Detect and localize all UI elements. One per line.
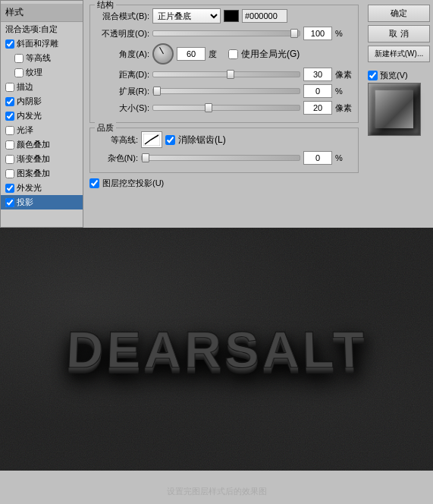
sidebar: 样式 混合选项:自定 斜面和浮雕等高线纹理描边内阴影内发光光泽颜色叠加渐变叠加图… (0, 0, 83, 228)
contour-curve (143, 134, 160, 146)
distance-input[interactable]: 30 (303, 68, 332, 81)
size-input[interactable]: 20 (303, 101, 332, 115)
structure-group: 结构 混合模式(B): 正片叠底 #000000 不透明度(O): 100 % (89, 5, 359, 123)
sidebar-checkbox-颜色叠加[interactable] (5, 140, 14, 150)
noise-thumb[interactable] (142, 153, 149, 162)
spread-thumb[interactable] (153, 87, 161, 96)
caption: 设置完图层样式后的效果图 (0, 484, 433, 499)
sidebar-item-颜色叠加[interactable]: 颜色叠加 (1, 137, 83, 152)
sidebar-checkbox-光泽[interactable] (5, 126, 14, 135)
sidebar-label-纹理: 纹理 (26, 67, 78, 78)
sidebar-label-渐变叠加: 渐变叠加 (17, 153, 78, 165)
sidebar-item-图案叠加[interactable]: 图案叠加 (1, 166, 83, 181)
spread-input[interactable]: 0 (303, 84, 332, 98)
layer-knockout-checkbox[interactable] (89, 178, 99, 188)
global-light-checkbox[interactable] (228, 49, 238, 59)
sidebar-item-斜面和浮雕[interactable]: 斜面和浮雕 (1, 36, 83, 51)
bottom-image: DEARSALT (0, 228, 433, 471)
size-slider[interactable] (152, 105, 300, 111)
dial-needle (159, 47, 164, 54)
size-row: 大小(S): 20 像素 (96, 101, 352, 115)
confirm-button[interactable]: 确定 (368, 5, 430, 22)
sidebar-checkbox-内阴影[interactable] (5, 97, 14, 106)
contour-row: 等高线: 消除锯齿(L) (96, 131, 352, 148)
new-style-button[interactable]: 新建样式(W)... (368, 46, 430, 62)
opacity-slider[interactable] (152, 30, 300, 36)
size-thumb[interactable] (205, 103, 212, 112)
opacity-input[interactable]: 100 (303, 27, 332, 40)
sidebar-section[interactable]: 混合选项:自定 (1, 22, 83, 36)
sidebar-label-内发光: 内发光 (17, 110, 78, 121)
structure-title: 结构 (95, 0, 116, 11)
distance-label: 距离(D): (96, 69, 149, 80)
angle-input[interactable]: 60 (177, 47, 206, 61)
sidebar-title: 样式 (1, 4, 83, 22)
smooth-label: 消除锯齿(L) (178, 134, 226, 146)
sidebar-label-投影: 投影 (17, 197, 78, 208)
angle-dial[interactable] (152, 43, 174, 65)
contour-label: 等高线: (96, 134, 138, 146)
sidebar-checkbox-纹理[interactable] (14, 68, 24, 77)
sidebar-checkbox-投影[interactable] (5, 198, 14, 207)
blend-mode-select[interactable]: 正片叠底 (152, 8, 221, 24)
opacity-thumb[interactable] (290, 29, 298, 38)
sidebar-section-label: 混合选项:自定 (5, 24, 78, 35)
sidebar-checkbox-描边[interactable] (5, 83, 14, 92)
sidebar-checkbox-外发光[interactable] (5, 184, 14, 193)
sidebar-item-内发光[interactable]: 内发光 (1, 109, 83, 123)
quality-title: 品质 (95, 122, 116, 134)
size-label: 大小(S): (96, 102, 149, 114)
color-hex[interactable]: #000000 (242, 9, 287, 23)
sidebar-item-外发光[interactable]: 外发光 (1, 181, 83, 195)
preview-label-row: 预览(V) (368, 70, 430, 81)
preview-label-text: 预览(V) (380, 70, 408, 81)
distance-thumb[interactable] (227, 70, 234, 79)
sidebar-label-图案叠加: 图案叠加 (17, 168, 78, 179)
preview-box (368, 83, 421, 136)
opacity-row: 不透明度(O): 100 % (96, 27, 352, 40)
color-swatch[interactable] (224, 10, 239, 22)
preview-checkbox[interactable] (368, 71, 378, 80)
sidebar-item-等高线[interactable]: 等高线 (1, 51, 83, 65)
noise-input[interactable]: 0 (303, 151, 332, 165)
sidebar-item-渐变叠加[interactable]: 渐变叠加 (1, 152, 83, 166)
dearsalt-text: DEARSALT (64, 320, 369, 379)
angle-unit: 度 (209, 49, 225, 60)
sidebar-label-光泽: 光泽 (17, 124, 78, 136)
settings-area: 结构 混合模式(B): 正片叠底 #000000 不透明度(O): 100 % (83, 0, 365, 228)
sidebar-item-光泽[interactable]: 光泽 (1, 123, 83, 137)
noise-row: 杂色(N): 0 % (96, 151, 352, 165)
preview-section: 预览(V) (368, 70, 430, 136)
preview-inner (375, 90, 413, 128)
opacity-label: 不透明度(O): (96, 28, 149, 39)
sidebar-item-投影[interactable]: 投影 (1, 195, 83, 209)
distance-slider[interactable] (152, 71, 300, 77)
noise-slider[interactable] (141, 155, 300, 161)
sidebar-item-内阴影[interactable]: 内阴影 (1, 94, 83, 109)
layer-knockout-row: 图层挖空投影(U) (89, 178, 359, 189)
sidebar-label-颜色叠加: 颜色叠加 (17, 139, 78, 150)
angle-label: 角度(A): (96, 49, 149, 60)
sidebar-item-描边[interactable]: 描边 (1, 80, 83, 94)
spread-row: 扩展(R): 0 % (96, 84, 352, 98)
sidebar-checkbox-等高线[interactable] (14, 54, 24, 63)
layer-knockout-label: 图层挖空投影(U) (102, 178, 164, 189)
sidebar-label-描边: 描边 (17, 81, 78, 93)
distance-unit: 像素 (335, 69, 352, 80)
global-light-label: 使用全局光(G) (241, 48, 300, 61)
sidebar-checkbox-内发光[interactable] (5, 112, 14, 121)
sidebar-checkbox-斜面和浮雕[interactable] (5, 39, 14, 49)
contour-preview[interactable] (141, 131, 162, 148)
sidebar-item-纹理[interactable]: 纹理 (1, 65, 83, 80)
spread-slider[interactable] (152, 88, 300, 94)
sidebar-checkbox-渐变叠加[interactable] (5, 155, 14, 164)
cancel-button[interactable]: 取 消 (368, 25, 430, 43)
spread-label: 扩展(R): (96, 86, 149, 97)
sidebar-label-等高线: 等高线 (26, 52, 78, 64)
blend-mode-label: 混合模式(B): (96, 11, 149, 22)
angle-row: 角度(A): 60 度 使用全局光(G) (96, 43, 352, 65)
sidebar-checkbox-图案叠加[interactable] (5, 169, 14, 178)
size-unit: 像素 (335, 102, 352, 114)
smooth-checkbox[interactable] (165, 135, 175, 145)
noise-label: 杂色(N): (96, 153, 138, 164)
